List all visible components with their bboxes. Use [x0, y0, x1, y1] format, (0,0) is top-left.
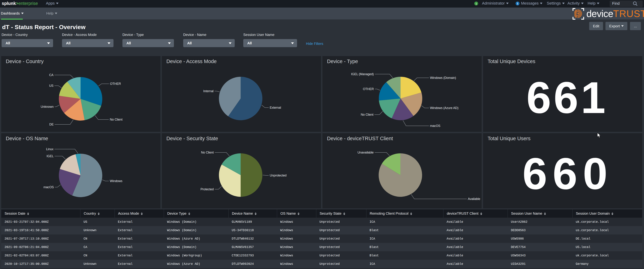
svg-text:No Client: No Client — [361, 113, 374, 116]
svg-text:Windows: Windows — [110, 179, 122, 183]
svg-text:Available: Available — [468, 197, 480, 201]
svg-text:Windows (Azure AD): Windows (Azure AD) — [430, 106, 458, 110]
svg-text:i: i — [476, 2, 476, 5]
svg-text:Linux: Linux — [46, 147, 54, 151]
svg-text:1: 1 — [517, 2, 518, 5]
svg-text:IGEL (Managed): IGEL (Managed) — [351, 72, 374, 76]
svg-text:US: US — [49, 84, 54, 87]
svg-text:Internal: Internal — [203, 89, 214, 93]
svg-text:OTHER: OTHER — [110, 82, 121, 86]
svg-text:Protected: Protected — [200, 187, 214, 191]
svg-text:macOS: macOS — [44, 185, 54, 189]
svg-text:No Client: No Client — [201, 151, 214, 154]
svg-text:Unknown: Unknown — [41, 105, 54, 109]
svg-text:Windows (Domain): Windows (Domain) — [430, 76, 456, 80]
svg-text:Unavailable: Unavailable — [358, 151, 374, 154]
svg-text:No Client: No Client — [110, 118, 122, 121]
svg-text:External: External — [270, 106, 281, 109]
svg-text:DE: DE — [49, 123, 54, 126]
svg-text:OTHER: OTHER — [363, 87, 374, 91]
svg-text:macOS: macOS — [430, 124, 440, 128]
svg-text:IGEL: IGEL — [46, 154, 54, 158]
svg-text:Unprotected: Unprotected — [270, 174, 286, 177]
svg-text:CA: CA — [49, 73, 54, 77]
